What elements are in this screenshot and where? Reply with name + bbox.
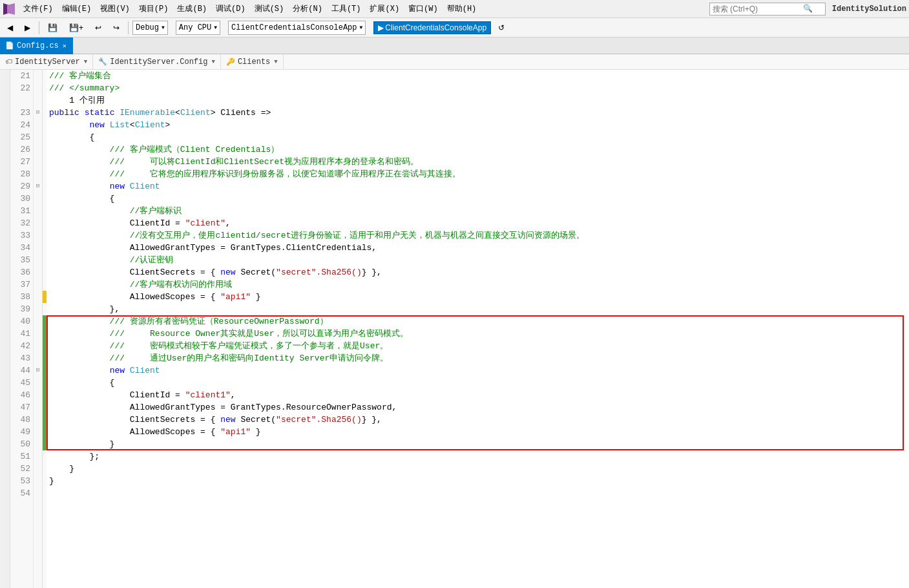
- menu-window[interactable]: 窗口(W): [404, 2, 442, 16]
- collapse-marker: [34, 193, 42, 205]
- line-number: 43: [10, 352, 33, 364]
- refresh-button[interactable]: ↺: [494, 21, 509, 34]
- line-numbers-col: 2122232425262728293031323334353637383940…: [10, 70, 34, 588]
- line-number: [10, 94, 33, 107]
- menu-edit[interactable]: 编辑(E): [58, 2, 96, 16]
- breadcrumb-identityserver-arrow[interactable]: ▼: [84, 59, 87, 65]
- project-label: ClientCredentialsConsoleApp: [231, 23, 357, 32]
- line-number: 21: [10, 70, 33, 82]
- code-line: /// 资源所有者密码凭证（ResourceOwnerPassword）: [47, 315, 909, 328]
- code-editor: 2122232425262728293031323334353637383940…: [0, 70, 909, 588]
- save-button[interactable]: 💾: [43, 21, 62, 34]
- line-number: 40: [10, 315, 33, 328]
- config-tab-icon: 📄: [5, 41, 14, 50]
- run-label: ClientCredentialsConsoleApp: [385, 23, 486, 32]
- collapse-marker: [34, 82, 42, 94]
- menu-view[interactable]: 视图(V): [96, 2, 134, 16]
- breadcrumb-clients[interactable]: 🔑 Clients ▼: [221, 54, 284, 70]
- collapse-marker: [34, 278, 42, 291]
- collapse-marker: [34, 156, 42, 168]
- config-tab-close[interactable]: ✕: [61, 41, 68, 50]
- undo-button[interactable]: ↩: [90, 21, 106, 34]
- code-line: AllowedGrantTypes = GrantTypes.ClientCre…: [47, 242, 909, 254]
- line-number: 39: [10, 303, 33, 315]
- forward-button[interactable]: ▶: [20, 21, 35, 34]
- menu-help[interactable]: 帮助(H): [443, 2, 481, 16]
- collapse-marker[interactable]: ⊟: [34, 364, 42, 377]
- code-line: }: [47, 475, 909, 487]
- code-line: new List<Client>: [47, 119, 909, 131]
- line-number: 44: [10, 364, 33, 377]
- breadcrumb-bar: 🏷 IdentityServer ▼ 🔧 IdentityServer.Conf…: [0, 54, 909, 70]
- line-number: 46: [10, 389, 33, 401]
- code-line: public static IEnumerable<Client> Client…: [47, 107, 909, 119]
- collapse-marker[interactable]: ⊟: [34, 180, 42, 193]
- line-number: 27: [10, 156, 33, 168]
- line-number: 48: [10, 414, 33, 426]
- line-number: 28: [10, 168, 33, 180]
- menu-tools[interactable]: 工具(T): [328, 2, 365, 16]
- cpu-label: Any CPU: [179, 23, 211, 32]
- breadcrumb-config-label: IdentityServer.Config: [110, 58, 207, 67]
- menu-test[interactable]: 测试(S): [251, 2, 288, 16]
- code-line: /// 密码模式相较于客户端凭证模式，多了一个参与者，就是User。: [47, 340, 909, 352]
- menu-debug[interactable]: 调试(D): [212, 2, 249, 16]
- menu-extensions[interactable]: 扩展(X): [366, 2, 403, 16]
- code-line: AllowedScopes = { "api1" }: [47, 291, 909, 303]
- line-number: 51: [10, 450, 33, 463]
- code-line: AllowedScopes = { "api1" }: [47, 426, 909, 438]
- code-line: ClientId = "client1",: [47, 389, 909, 401]
- debug-mode-dropdown[interactable]: Debug ▼: [132, 21, 168, 35]
- menu-build[interactable]: 生成(B): [173, 2, 211, 16]
- line-number: 37: [10, 278, 33, 291]
- breadcrumb-clients-arrow[interactable]: ▼: [274, 59, 277, 65]
- code-line: ClientId = "client",: [47, 217, 909, 229]
- line-number: 22: [10, 82, 33, 94]
- menu-file[interactable]: 文件(F): [19, 2, 57, 16]
- line-number: 30: [10, 193, 33, 205]
- line-number: 36: [10, 266, 33, 278]
- debug-mode-arrow: ▼: [162, 25, 165, 30]
- code-line: /// 客户端集合: [47, 70, 909, 82]
- collapse-marker: [34, 450, 42, 463]
- cpu-dropdown[interactable]: Any CPU ▼: [176, 21, 220, 35]
- collapse-marker[interactable]: ⊟: [34, 107, 42, 119]
- line-number: 54: [10, 487, 33, 499]
- breadcrumb-identityserver[interactable]: 🏷 IdentityServer ▼: [0, 54, 93, 70]
- line-number: 38: [10, 291, 33, 303]
- redo-button[interactable]: ↪: [109, 21, 124, 34]
- collapse-marker: [34, 94, 42, 107]
- code-line: //客户端标识: [47, 205, 909, 217]
- collapse-marker: [34, 438, 42, 450]
- file-tab-bar: 📄 Config.cs ✕: [0, 37, 909, 54]
- run-button[interactable]: ▶ ClientCredentialsConsoleApp: [373, 21, 491, 34]
- code-line: //认证密钥: [47, 254, 909, 266]
- line-number: 34: [10, 242, 33, 254]
- code-line: {: [47, 131, 909, 143]
- collapse-marker: [34, 487, 42, 499]
- line-number: 24: [10, 119, 33, 131]
- collapse-marker: [34, 168, 42, 180]
- collapse-marker: [34, 328, 42, 340]
- code-line: //客户端有权访问的作用域: [47, 278, 909, 291]
- search-input[interactable]: [713, 5, 803, 14]
- menu-analyze[interactable]: 分析(N): [289, 2, 326, 16]
- toolbar-separator-1: [39, 21, 39, 34]
- project-dropdown[interactable]: ClientCredentialsConsoleApp ▼: [228, 21, 366, 35]
- code-line: /// 可以将ClientId和ClientSecret视为应用程序本身的登录名…: [47, 156, 909, 168]
- config-cs-tab[interactable]: 📄 Config.cs ✕: [0, 37, 73, 54]
- breadcrumb-config[interactable]: 🔧 IdentityServer.Config ▼: [93, 54, 221, 70]
- search-box[interactable]: 🔍: [709, 3, 826, 16]
- save-all-button[interactable]: 💾+: [65, 21, 88, 34]
- identity-solution-label: IdentitySolution: [832, 5, 906, 14]
- code-line: /// 通过User的用户名和密码向Identity Server申请访问令牌。: [47, 352, 909, 364]
- back-button[interactable]: ◀: [3, 21, 17, 34]
- code-text-area: /// 客户端集合/// </summary> 1 个引用public stat…: [47, 70, 909, 588]
- breadcrumb-identityserver-label: IdentityServer: [15, 58, 80, 67]
- line-number: 35: [10, 254, 33, 266]
- breadcrumb-config-arrow[interactable]: ▼: [211, 59, 214, 65]
- breadcrumb-clients-label: Clients: [238, 58, 270, 67]
- code-line: };: [47, 450, 909, 463]
- line-number: 32: [10, 217, 33, 229]
- menu-project[interactable]: 项目(P): [135, 2, 172, 16]
